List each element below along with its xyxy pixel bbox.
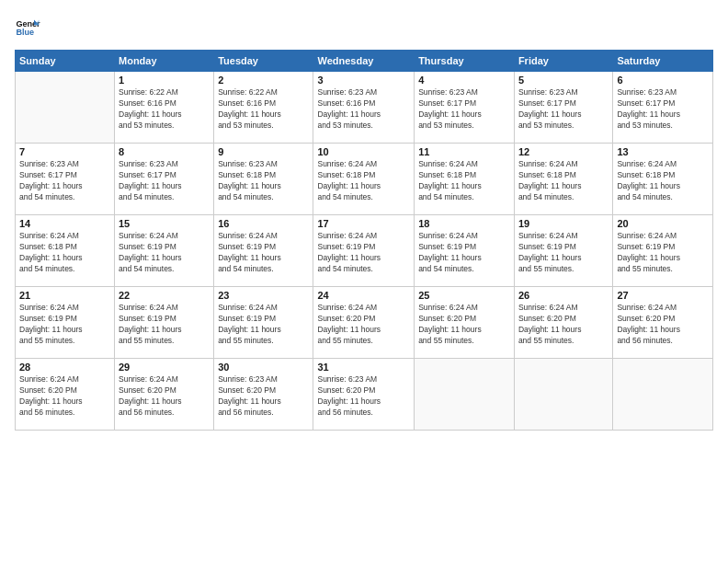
- day-number: 9: [218, 146, 309, 157]
- day-number: 10: [317, 146, 410, 157]
- day-number: 5: [518, 75, 609, 86]
- day-number: 13: [617, 146, 709, 157]
- day-info: Sunrise: 6:23 AMSunset: 6:17 PMDaylight:…: [617, 87, 709, 132]
- day-info: Sunrise: 6:23 AMSunset: 6:18 PMDaylight:…: [218, 159, 309, 203]
- day-number: 3: [317, 75, 410, 86]
- day-number: 7: [19, 146, 110, 157]
- day-info: Sunrise: 6:24 AMSunset: 6:18 PMDaylight:…: [317, 159, 410, 203]
- calendar-cell: 31Sunrise: 6:23 AMSunset: 6:20 PMDayligh…: [313, 359, 415, 431]
- logo-icon: General Blue: [15, 15, 40, 40]
- logo: General Blue: [15, 15, 40, 40]
- week-row-2: 7Sunrise: 6:23 AMSunset: 6:17 PMDaylight…: [16, 144, 713, 215]
- calendar-cell: 27Sunrise: 6:24 AMSunset: 6:20 PMDayligh…: [613, 287, 713, 359]
- day-number: 21: [19, 290, 110, 301]
- header-sunday: Sunday: [16, 51, 115, 72]
- day-info: Sunrise: 6:23 AMSunset: 6:17 PMDaylight:…: [418, 87, 510, 132]
- calendar-cell: 1Sunrise: 6:22 AMSunset: 6:16 PMDaylight…: [115, 72, 214, 144]
- day-number: 24: [317, 290, 410, 301]
- day-info: Sunrise: 6:24 AMSunset: 6:18 PMDaylight:…: [518, 159, 609, 203]
- calendar-cell: 16Sunrise: 6:24 AMSunset: 6:19 PMDayligh…: [214, 215, 313, 287]
- calendar-cell: 13Sunrise: 6:24 AMSunset: 6:18 PMDayligh…: [613, 144, 713, 215]
- day-info: Sunrise: 6:24 AMSunset: 6:18 PMDaylight:…: [418, 159, 510, 203]
- day-info: Sunrise: 6:23 AMSunset: 6:17 PMDaylight:…: [119, 159, 210, 203]
- day-info: Sunrise: 6:24 AMSunset: 6:19 PMDaylight:…: [617, 231, 709, 275]
- calendar-cell: 7Sunrise: 6:23 AMSunset: 6:17 PMDaylight…: [16, 144, 115, 215]
- day-info: Sunrise: 6:24 AMSunset: 6:20 PMDaylight:…: [317, 303, 410, 347]
- calendar-cell: 2Sunrise: 6:22 AMSunset: 6:16 PMDaylight…: [214, 72, 313, 144]
- calendar-cell: 11Sunrise: 6:24 AMSunset: 6:18 PMDayligh…: [415, 144, 515, 215]
- calendar-cell: [613, 359, 713, 431]
- calendar-cell: 17Sunrise: 6:24 AMSunset: 6:19 PMDayligh…: [313, 215, 415, 287]
- calendar-cell: 9Sunrise: 6:23 AMSunset: 6:18 PMDaylight…: [214, 144, 313, 215]
- day-number: 14: [19, 218, 110, 229]
- day-info: Sunrise: 6:23 AMSunset: 6:20 PMDaylight:…: [218, 374, 309, 419]
- day-number: 16: [218, 218, 309, 229]
- calendar-cell: 29Sunrise: 6:24 AMSunset: 6:20 PMDayligh…: [115, 359, 214, 431]
- page: General Blue SundayMondayTuesdayWednesda…: [0, 0, 728, 563]
- calendar-cell: 25Sunrise: 6:24 AMSunset: 6:20 PMDayligh…: [415, 287, 515, 359]
- day-info: Sunrise: 6:24 AMSunset: 6:19 PMDaylight:…: [218, 303, 309, 347]
- calendar-cell: 24Sunrise: 6:24 AMSunset: 6:20 PMDayligh…: [313, 287, 415, 359]
- day-number: 6: [617, 75, 709, 86]
- day-info: Sunrise: 6:23 AMSunset: 6:17 PMDaylight:…: [518, 87, 609, 132]
- day-number: 18: [418, 218, 510, 229]
- day-number: 8: [119, 146, 210, 157]
- calendar-cell: 5Sunrise: 6:23 AMSunset: 6:17 PMDaylight…: [514, 72, 612, 144]
- header-saturday: Saturday: [613, 51, 713, 72]
- day-number: 23: [218, 290, 309, 301]
- calendar-cell: [514, 359, 612, 431]
- day-number: 28: [19, 362, 110, 373]
- svg-text:Blue: Blue: [16, 28, 34, 37]
- day-info: Sunrise: 6:24 AMSunset: 6:19 PMDaylight:…: [119, 303, 210, 347]
- week-row-3: 14Sunrise: 6:24 AMSunset: 6:18 PMDayligh…: [16, 215, 713, 287]
- day-number: 17: [317, 218, 410, 229]
- week-row-5: 28Sunrise: 6:24 AMSunset: 6:20 PMDayligh…: [16, 359, 713, 431]
- day-info: Sunrise: 6:24 AMSunset: 6:18 PMDaylight:…: [19, 231, 110, 275]
- day-info: Sunrise: 6:23 AMSunset: 6:20 PMDaylight:…: [317, 374, 410, 419]
- day-info: Sunrise: 6:22 AMSunset: 6:16 PMDaylight:…: [218, 87, 309, 132]
- day-info: Sunrise: 6:24 AMSunset: 6:20 PMDaylight:…: [617, 303, 709, 347]
- header-monday: Monday: [115, 51, 214, 72]
- header-thursday: Thursday: [415, 51, 515, 72]
- day-info: Sunrise: 6:23 AMSunset: 6:16 PMDaylight:…: [317, 87, 410, 132]
- day-number: 25: [418, 290, 510, 301]
- day-number: 19: [518, 218, 609, 229]
- header-wednesday: Wednesday: [313, 51, 415, 72]
- week-row-4: 21Sunrise: 6:24 AMSunset: 6:19 PMDayligh…: [16, 287, 713, 359]
- calendar-cell: 10Sunrise: 6:24 AMSunset: 6:18 PMDayligh…: [313, 144, 415, 215]
- calendar-cell: 8Sunrise: 6:23 AMSunset: 6:17 PMDaylight…: [115, 144, 214, 215]
- calendar-cell: 3Sunrise: 6:23 AMSunset: 6:16 PMDaylight…: [313, 72, 415, 144]
- calendar-cell: 6Sunrise: 6:23 AMSunset: 6:17 PMDaylight…: [613, 72, 713, 144]
- day-info: Sunrise: 6:24 AMSunset: 6:19 PMDaylight:…: [119, 231, 210, 275]
- calendar-cell: 28Sunrise: 6:24 AMSunset: 6:20 PMDayligh…: [16, 359, 115, 431]
- day-info: Sunrise: 6:24 AMSunset: 6:20 PMDaylight:…: [418, 303, 510, 347]
- day-info: Sunrise: 6:24 AMSunset: 6:19 PMDaylight:…: [518, 231, 609, 275]
- day-info: Sunrise: 6:22 AMSunset: 6:16 PMDaylight:…: [119, 87, 210, 132]
- day-number: 2: [218, 75, 309, 86]
- day-info: Sunrise: 6:24 AMSunset: 6:19 PMDaylight:…: [418, 231, 510, 275]
- calendar-cell: 23Sunrise: 6:24 AMSunset: 6:19 PMDayligh…: [214, 287, 313, 359]
- day-info: Sunrise: 6:24 AMSunset: 6:20 PMDaylight:…: [518, 303, 609, 347]
- day-info: Sunrise: 6:24 AMSunset: 6:18 PMDaylight:…: [617, 159, 709, 203]
- week-row-1: 1Sunrise: 6:22 AMSunset: 6:16 PMDaylight…: [16, 72, 713, 144]
- day-number: 1: [119, 75, 210, 86]
- day-info: Sunrise: 6:24 AMSunset: 6:20 PMDaylight:…: [119, 374, 210, 419]
- day-number: 29: [119, 362, 210, 373]
- calendar-cell: 22Sunrise: 6:24 AMSunset: 6:19 PMDayligh…: [115, 287, 214, 359]
- day-number: 15: [119, 218, 210, 229]
- calendar-cell: 20Sunrise: 6:24 AMSunset: 6:19 PMDayligh…: [613, 215, 713, 287]
- day-info: Sunrise: 6:24 AMSunset: 6:19 PMDaylight:…: [218, 231, 309, 275]
- calendar-cell: [415, 359, 515, 431]
- calendar-cell: 12Sunrise: 6:24 AMSunset: 6:18 PMDayligh…: [514, 144, 612, 215]
- calendar-cell: 14Sunrise: 6:24 AMSunset: 6:18 PMDayligh…: [16, 215, 115, 287]
- day-number: 11: [418, 146, 510, 157]
- calendar-cell: 21Sunrise: 6:24 AMSunset: 6:19 PMDayligh…: [16, 287, 115, 359]
- calendar-cell: 19Sunrise: 6:24 AMSunset: 6:19 PMDayligh…: [514, 215, 612, 287]
- day-number: 26: [518, 290, 609, 301]
- calendar-cell: 30Sunrise: 6:23 AMSunset: 6:20 PMDayligh…: [214, 359, 313, 431]
- day-number: 22: [119, 290, 210, 301]
- header: General Blue: [15, 15, 713, 40]
- header-friday: Friday: [514, 51, 612, 72]
- day-info: Sunrise: 6:24 AMSunset: 6:19 PMDaylight:…: [19, 303, 110, 347]
- day-number: 4: [418, 75, 510, 86]
